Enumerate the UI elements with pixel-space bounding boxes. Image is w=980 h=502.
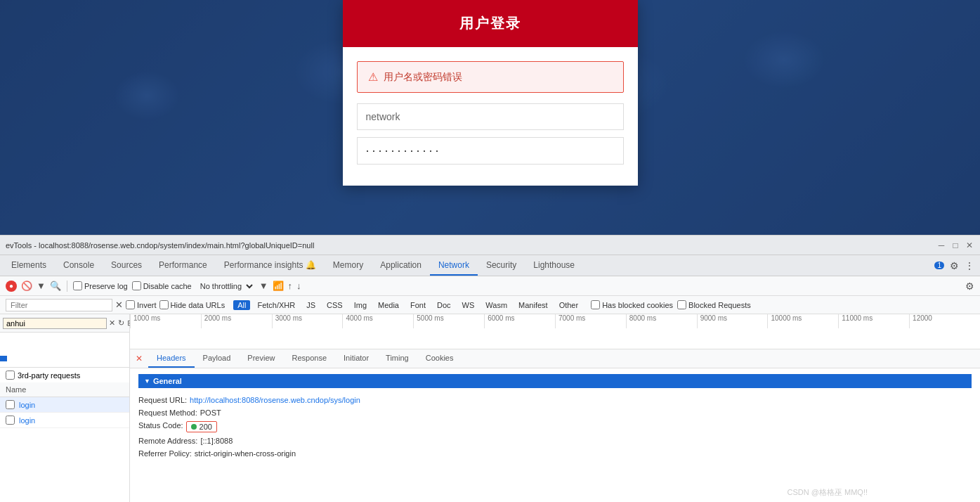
titlebar-controls: ─ □ ✕ [936,240,974,250]
throttle-select[interactable]: No throttling [196,281,255,291]
filter-ws[interactable]: WS [458,300,479,310]
more-icon[interactable]: ⋮ [965,260,974,271]
disable-cache-label[interactable]: Disable cache [132,281,192,290]
filter-js[interactable]: JS [302,300,320,310]
login-title: 用户登录 [459,15,521,31]
record-button[interactable]: ● [6,281,17,292]
tab-performance[interactable]: Performance [150,255,216,276]
invert-label[interactable]: Invert [126,300,157,309]
timeline-markers [0,333,129,347]
filter-clear-icon[interactable]: ✕ [115,300,123,310]
marker-11000: 11000 ms [838,314,909,328]
tab-headers[interactable]: Headers [148,349,195,368]
download-icon[interactable]: ↓ [296,281,301,291]
search-bar: ✕ ↻ ⊞ [0,314,129,333]
request-row-0[interactable]: login [0,397,129,413]
tab-preview[interactable]: Preview [239,349,283,368]
third-party-checkbox[interactable] [6,371,15,380]
filter-doc[interactable]: Doc [433,300,455,310]
login-modal: 用户登录 ⚠ 用户名或密码错误 ············ [343,0,638,186]
tab-initiator[interactable]: Initiator [335,349,377,368]
timeline-bar [0,356,7,361]
filter-input[interactable] [6,299,112,311]
upload-icon[interactable]: ↑ [288,281,293,291]
close-button[interactable]: ✕ [965,240,974,250]
network-settings-icon[interactable]: ⚙ [965,281,974,292]
settings-icon[interactable]: ⚙ [950,260,959,271]
filter-other[interactable]: Other [555,300,583,310]
preserve-log-text: Preserve log [84,282,128,290]
filter-img[interactable]: Img [350,300,371,310]
invert-checkbox[interactable] [126,300,135,309]
preserve-log-checkbox[interactable] [73,281,82,290]
tab-lighthouse[interactable]: Lighthouse [525,255,583,276]
throttle-arrow[interactable]: ▼ [259,281,268,291]
tab-console[interactable]: Console [55,255,103,276]
stop-icon[interactable]: 🚫 [21,281,32,291]
marker-2000: 2000 ms [201,314,272,328]
tab-application[interactable]: Application [372,255,430,276]
tab-security[interactable]: Security [478,255,525,276]
preserve-log-label[interactable]: Preserve log [73,281,128,290]
third-party-row: 3rd-party requests [0,368,129,382]
network-conditions-icon[interactable]: 📶 [273,281,284,291]
blocked-requests-checkbox[interactable] [677,300,686,309]
filter-media[interactable]: Media [374,300,403,310]
search-refresh-button[interactable]: ↻ [117,318,125,328]
tab-performance-insights[interactable]: Performance insights 🔔 [216,255,325,276]
referrer-policy-value: strict-origin-when-cross-origin [195,449,296,458]
warning-icon: ⚠ [368,70,378,84]
request-checkbox-1[interactable] [6,416,15,425]
tab-elements[interactable]: Elements [3,255,55,276]
password-dots: ············ [366,143,442,157]
search-input[interactable] [3,318,107,329]
filter-icon[interactable]: ▼ [37,281,46,291]
tab-timing[interactable]: Timing [377,349,417,368]
request-row-1[interactable]: login [0,413,129,428]
blocked-filters: Has blocked cookies Blocked Requests [591,300,751,309]
request-method-row: Request Method: POST [138,406,972,419]
tab-network[interactable]: Network [430,255,478,276]
timeline-marker-row: 1000 ms 2000 ms 3000 ms 4000 ms 5000 ms … [130,314,980,328]
marker-9000: 9000 ms [697,314,768,328]
search-clear-button[interactable]: ✕ [108,318,116,328]
disable-cache-checkbox[interactable] [132,281,141,290]
request-url-label: Request URL: [138,396,187,404]
minimize-button[interactable]: ─ [936,240,946,250]
login-header: 用户登录 [343,0,638,47]
maximize-button[interactable]: □ [950,240,960,250]
devtools-tabs: Elements Console Sources Performance Per… [0,255,980,276]
watermark-text: CSDN @格格巫 MMQ!! [788,488,868,496]
filter-all[interactable]: All [233,300,250,310]
filter-font[interactable]: Font [406,300,430,310]
username-input[interactable] [357,103,624,130]
tab-sources[interactable]: Sources [103,255,150,276]
request-checkbox-0[interactable] [6,400,15,409]
close-response-icon[interactable]: ✕ [130,349,148,368]
has-blocked-cookies-checkbox[interactable] [591,300,600,309]
filter-types: All Fetch/XHR JS CSS Img Media Font Doc … [233,300,582,310]
password-display: ············ [357,137,624,165]
devtools-filter: ✕ Invert Hide data URLs All Fetch/XHR JS… [0,296,980,314]
remote-address-row: Remote Address: [::1]:8088 [138,435,972,447]
marker-1000: 1000 ms [130,314,201,328]
blocked-requests-label[interactable]: Blocked Requests [677,300,751,309]
status-code-box: 200 [186,421,217,432]
tab-payload[interactable]: Payload [195,349,240,368]
timeline-area [0,333,129,368]
filter-manifest[interactable]: Manifest [514,300,552,310]
status-dot [191,424,197,430]
filter-wasm[interactable]: Wasm [481,300,511,310]
hide-data-urls-label[interactable]: Hide data URLs [159,300,226,309]
tab-response[interactable]: Response [283,349,335,368]
tab-memory[interactable]: Memory [325,255,372,276]
tab-cookies[interactable]: Cookies [417,349,462,368]
error-box: ⚠ 用户名或密码错误 [357,61,624,93]
search-icon[interactable]: 🔍 [50,281,61,291]
hide-data-urls-checkbox[interactable] [159,300,169,309]
filter-css[interactable]: CSS [322,300,347,310]
marker-8000: 8000 ms [626,314,697,328]
right-panel: 1000 ms 2000 ms 3000 ms 4000 ms 5000 ms … [130,314,980,502]
has-blocked-cookies-label[interactable]: Has blocked cookies [591,300,673,309]
filter-fetch-xhr[interactable]: Fetch/XHR [253,300,299,310]
